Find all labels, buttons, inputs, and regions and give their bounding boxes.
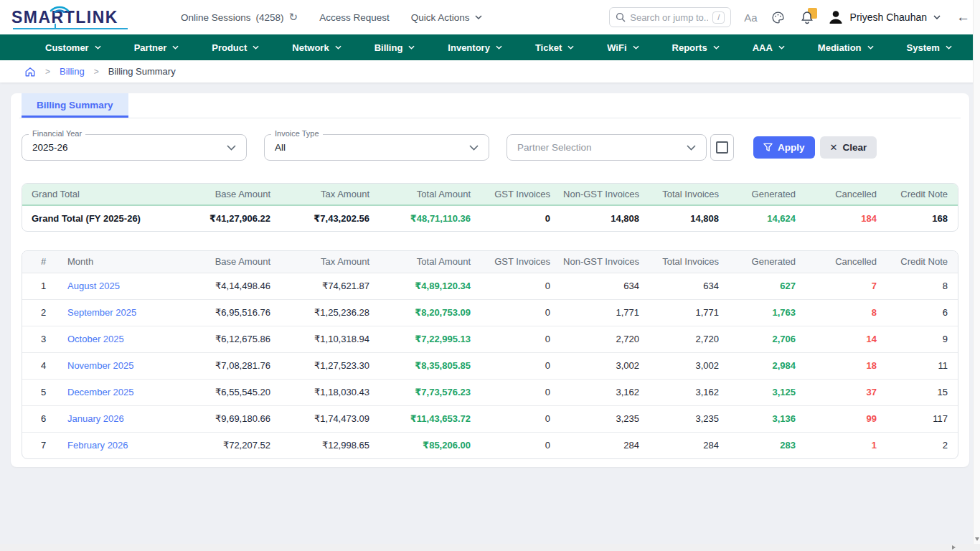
filter-row: Financial Year 2025-26 Invoice Type All … bbox=[22, 118, 961, 161]
col-cancelled: Cancelled bbox=[807, 184, 888, 205]
header-right: Search or jump to... / Aa Priyesh Chauha… bbox=[609, 7, 970, 27]
page-content: Billing Summary Financial Year 2025-26 I… bbox=[0, 83, 980, 478]
main-nav: Customer Partner Product Network Billing… bbox=[0, 34, 980, 60]
clear-button[interactable]: ✕ Clear bbox=[820, 136, 877, 159]
base-amount: ₹72,207.52 bbox=[180, 432, 282, 458]
credit-note: 117 bbox=[888, 405, 958, 432]
app-logo[interactable]: SMARTLINK bbox=[11, 8, 148, 27]
nav-item-inventory[interactable]: Inventory bbox=[431, 34, 519, 60]
credit-note: 168 bbox=[888, 205, 958, 231]
font-size-toggle[interactable]: Aa bbox=[744, 11, 757, 24]
collapse-arrow-icon[interactable]: ← bbox=[956, 9, 970, 25]
chevron-down-icon bbox=[687, 145, 696, 151]
col-cancelled: Cancelled bbox=[807, 251, 888, 273]
total-invoices: 2,720 bbox=[651, 326, 730, 352]
search-placeholder: Search or jump to... bbox=[630, 12, 708, 23]
grand-total-header-row: Grand Total Base Amount Tax Amount Total… bbox=[22, 184, 958, 205]
month-link[interactable]: November 2025 bbox=[67, 360, 134, 371]
select-all-partners-checkbox[interactable] bbox=[710, 134, 734, 161]
nav-item-product[interactable]: Product bbox=[195, 34, 275, 60]
table-row: 7 February 2026 ₹72,207.52 ₹12,998.65 ₹8… bbox=[22, 432, 958, 458]
total-amount: ₹48,71,110.36 bbox=[381, 205, 482, 231]
apply-button[interactable]: Apply bbox=[753, 136, 815, 159]
col-index: # bbox=[22, 251, 58, 273]
col-credit-note: Credit Note bbox=[888, 251, 958, 273]
total-amount: ₹8,20,753.09 bbox=[381, 299, 482, 326]
user-menu[interactable]: Priyesh Chauhan bbox=[828, 9, 941, 25]
invoice-type-select[interactable]: Invoice Type All bbox=[264, 134, 489, 161]
nav-item-customer[interactable]: Customer bbox=[29, 34, 118, 60]
scroll-right-arrow[interactable] bbox=[952, 545, 956, 550]
vertical-scrollbar[interactable] bbox=[973, 0, 980, 544]
total-invoices: 634 bbox=[651, 273, 730, 299]
refresh-icon[interactable]: ↻ bbox=[289, 11, 298, 24]
monthly-table: # Month Base Amount Tax Amount Total Amo… bbox=[22, 250, 958, 459]
credit-note: 15 bbox=[888, 379, 958, 405]
tab-billing-summary[interactable]: Billing Summary bbox=[22, 93, 128, 118]
tax-amount: ₹12,998.65 bbox=[282, 432, 381, 458]
generated: 3,125 bbox=[730, 379, 807, 405]
row-index: 1 bbox=[22, 273, 58, 299]
nav-label: Reports bbox=[672, 42, 707, 53]
nav-item-billing[interactable]: Billing bbox=[358, 34, 432, 60]
chevron-down-icon bbox=[469, 145, 479, 151]
top-header: SMARTLINK Online Sessions (4258) ↻ Acces… bbox=[0, 0, 980, 34]
tax-amount: ₹1,74,473.09 bbox=[282, 405, 381, 432]
grand-total-label: Grand Total (FY 2025-26) bbox=[22, 205, 180, 231]
gst-invoices: 0 bbox=[482, 379, 562, 405]
month-link[interactable]: December 2025 bbox=[67, 387, 134, 397]
breadcrumb-current: Billing Summary bbox=[108, 66, 176, 77]
non-gst-invoices: 14,808 bbox=[562, 205, 651, 231]
horizontal-scrollbar[interactable] bbox=[0, 544, 973, 551]
month-link[interactable]: October 2025 bbox=[67, 334, 124, 344]
partner-selection-select[interactable]: Partner Selection bbox=[507, 134, 707, 161]
scroll-down-arrow[interactable] bbox=[975, 537, 979, 541]
total-amount: ₹7,73,576.23 bbox=[381, 379, 482, 405]
online-sessions[interactable]: Online Sessions (4258) ↻ bbox=[181, 11, 298, 24]
base-amount: ₹6,55,545.20 bbox=[180, 379, 282, 405]
financial-year-select[interactable]: Financial Year 2025-26 bbox=[22, 134, 247, 161]
home-icon[interactable] bbox=[24, 66, 36, 77]
col-total-amount: Total Amount bbox=[381, 184, 482, 205]
col-month: Month bbox=[58, 251, 180, 273]
quick-actions-menu[interactable]: Quick Actions bbox=[411, 12, 482, 23]
theme-palette-button[interactable] bbox=[771, 9, 786, 25]
col-total-invoices: Total Invoices bbox=[651, 251, 730, 273]
breadcrumb-billing[interactable]: Billing bbox=[60, 66, 85, 77]
cancelled: 18 bbox=[807, 352, 888, 379]
chevron-down-icon bbox=[253, 45, 259, 50]
logo-underline bbox=[13, 28, 128, 29]
notifications-button[interactable] bbox=[799, 9, 815, 25]
month-link[interactable]: August 2025 bbox=[67, 281, 120, 291]
gst-invoices: 0 bbox=[482, 299, 562, 326]
cancelled: 184 bbox=[807, 205, 888, 231]
total-invoices: 3,235 bbox=[651, 405, 730, 432]
nav-item-wifi[interactable]: WiFi bbox=[590, 34, 655, 60]
nav-item-mediation[interactable]: Mediation bbox=[801, 34, 890, 60]
nav-label: Inventory bbox=[448, 42, 490, 53]
month-link[interactable]: February 2026 bbox=[67, 440, 128, 451]
total-amount: ₹85,206.00 bbox=[381, 432, 482, 458]
nav-label: WiFi bbox=[607, 42, 626, 53]
col-tax-amount: Tax Amount bbox=[282, 251, 381, 273]
chevron-down-icon bbox=[95, 45, 101, 50]
col-non-gst-invoices: Non-GST Invoices bbox=[562, 251, 651, 273]
financial-year-value: 2025-26 bbox=[32, 142, 227, 153]
total-amount: ₹7,22,995.13 bbox=[381, 326, 482, 352]
nav-item-aaa[interactable]: AAA bbox=[736, 34, 801, 60]
chevron-down-icon bbox=[335, 45, 341, 50]
nav-item-ticket[interactable]: Ticket bbox=[519, 34, 590, 60]
search-input[interactable]: Search or jump to... / bbox=[609, 7, 731, 27]
generated: 627 bbox=[730, 273, 807, 299]
month-link[interactable]: September 2025 bbox=[67, 307, 136, 318]
nav-item-system[interactable]: System bbox=[890, 34, 969, 60]
credit-note: 8 bbox=[888, 273, 958, 299]
gst-invoices: 0 bbox=[482, 405, 562, 432]
month-link[interactable]: January 2026 bbox=[67, 413, 124, 424]
cancelled: 99 bbox=[807, 405, 888, 432]
nav-item-network[interactable]: Network bbox=[275, 34, 357, 60]
non-gst-invoices: 2,720 bbox=[562, 326, 651, 352]
nav-item-reports[interactable]: Reports bbox=[656, 34, 736, 60]
access-request-link[interactable]: Access Request bbox=[319, 12, 390, 23]
nav-item-partner[interactable]: Partner bbox=[118, 34, 196, 60]
